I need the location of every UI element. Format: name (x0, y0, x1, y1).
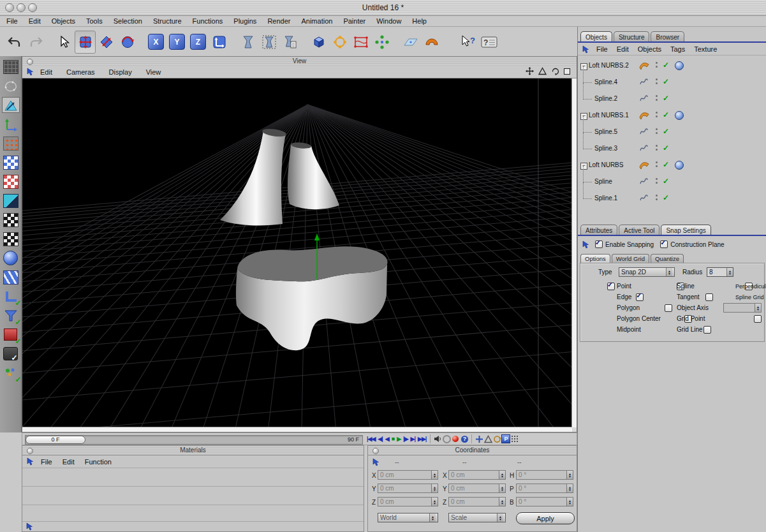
loft-object-left[interactable] (220, 128, 287, 226)
viewport-titlebar[interactable]: View (22, 57, 577, 66)
funnel-toggle-icon[interactable]: ✓ (2, 307, 20, 323)
position-key-icon[interactable] (475, 434, 483, 443)
subtab-world-grid[interactable]: World Grid (612, 254, 649, 263)
snap-polygon-checkbox[interactable] (665, 304, 672, 312)
visibility-dots[interactable] (656, 145, 658, 152)
loft-object-right[interactable] (288, 142, 339, 209)
object-row[interactable]: − Loft NURBS ✓ (578, 157, 766, 174)
menu-render[interactable]: Render (267, 17, 290, 25)
menu-edit[interactable]: Edit (29, 17, 41, 25)
next-key-button[interactable]: ▶| (411, 436, 415, 442)
redo-button[interactable] (25, 31, 46, 54)
enabled-check-icon[interactable]: ✓ (663, 193, 669, 202)
prev-frame-button[interactable]: ◀ (385, 436, 389, 442)
make-editable-icon[interactable] (2, 59, 20, 75)
texture-mode-icon[interactable] (2, 193, 20, 209)
enabled-check-icon[interactable]: ✓ (663, 77, 669, 86)
object-name[interactable]: Spline.2 (594, 95, 617, 102)
prev-key-button[interactable]: ◀| (378, 436, 382, 442)
menu-objects[interactable]: Objects (52, 17, 75, 25)
spinner-arrows-icon[interactable]: ▲▼ (431, 498, 438, 506)
enabled-check-icon[interactable]: ✓ (663, 144, 669, 152)
viewport-vertical-scrollbar[interactable] (571, 78, 577, 427)
materials-menu-edit[interactable]: Edit (63, 458, 75, 466)
add-modeling-object-button[interactable] (421, 31, 442, 54)
object-row[interactable]: − Loft NURBS.1 ✓ (578, 107, 766, 124)
om-menu-objects[interactable]: Objects (638, 45, 661, 53)
viewport-canvas[interactable] (22, 78, 572, 427)
viewport-menu-cameras[interactable]: Cameras (66, 68, 95, 76)
viewport-menu-display[interactable]: Display (109, 68, 132, 76)
tiles-icon[interactable] (2, 269, 20, 285)
rot-p-field[interactable]: 0 ° ▲▼ (516, 484, 573, 493)
snap-grid-point-checkbox[interactable] (754, 315, 762, 323)
add-scene-object-button[interactable] (400, 31, 421, 54)
object-name[interactable]: Spline.4 (594, 78, 617, 85)
material-list-row[interactable] (22, 505, 364, 523)
pos-z-field[interactable]: 0 cm ▲▼ (378, 497, 438, 506)
render-view-button[interactable] (237, 31, 258, 54)
object-name[interactable]: Spline.1 (594, 195, 617, 202)
add-nurbs-button[interactable] (350, 31, 371, 54)
live-selection-tool[interactable] (54, 31, 75, 54)
object-row[interactable]: Spline.3 ✓ (578, 140, 766, 157)
om-menu-file[interactable]: File (596, 45, 608, 53)
object-row[interactable]: − Loft NURBS.2 ✓ (578, 57, 766, 74)
ruler-toggle-icon[interactable]: ✓ (2, 288, 20, 304)
spinner-arrows-icon[interactable]: ▲▼ (726, 268, 733, 276)
menu-help[interactable]: Help (412, 17, 427, 25)
enabled-check-icon[interactable]: ✓ (663, 127, 669, 136)
menu-animation[interactable]: Animation (301, 17, 332, 25)
material-list-row[interactable] (22, 487, 364, 505)
om-menu-texture[interactable]: Texture (694, 45, 717, 53)
tab-attributes[interactable]: Attributes (580, 225, 617, 235)
object-name[interactable]: Loft NURBS.1 (589, 112, 629, 119)
snap-type-dropdown[interactable]: Snap 2D ▲▼ (619, 267, 675, 277)
play-button[interactable]: ▶ (397, 436, 401, 442)
coordinates-titlebar[interactable]: Coordinates (368, 446, 577, 455)
enabled-check-icon[interactable]: ✓ (663, 110, 669, 119)
render-region-button[interactable] (258, 31, 279, 54)
object-row[interactable]: Spline.1 ✓ (578, 190, 766, 207)
undo-button[interactable] (4, 31, 25, 54)
enabled-check-icon[interactable]: ✓ (663, 160, 669, 169)
materials-titlebar[interactable]: Materials (22, 446, 364, 455)
object-axis-mode-icon[interactable] (2, 116, 20, 132)
dark-toggle-icon[interactable]: ✓ (2, 346, 20, 362)
subtab-options[interactable]: Options (580, 254, 610, 263)
titlebar[interactable]: Untitled 16 * (0, 0, 766, 16)
viewport-horizontal-scrollbar[interactable] (22, 427, 572, 432)
object-name[interactable]: Spline (594, 178, 612, 185)
cube-toggle-icon[interactable]: ✓ (2, 327, 20, 343)
spinner-arrows-icon[interactable]: ▲▼ (499, 484, 505, 492)
subtab-quantize[interactable]: Quantize (651, 254, 684, 263)
viewport-menu-view[interactable]: View (146, 68, 161, 76)
add-spline-button[interactable] (329, 31, 350, 54)
menu-painter[interactable]: Painter (343, 17, 365, 25)
rotate-view-icon[interactable] (551, 67, 559, 75)
material-list-row[interactable] (22, 468, 364, 487)
pan-view-icon[interactable] (526, 67, 534, 75)
apply-button[interactable]: Apply (516, 512, 575, 524)
rot-h-field[interactable]: 0 ° ▲▼ (516, 470, 573, 480)
phong-tag-icon[interactable] (675, 161, 684, 170)
tab-active-tool[interactable]: Active Tool (619, 225, 659, 235)
stop-button[interactable]: ■ (392, 436, 394, 442)
scale-tool[interactable] (96, 31, 117, 54)
tab-browser[interactable]: Browser (651, 31, 684, 42)
lock-z-axis-button[interactable]: Z (188, 31, 209, 54)
object-row[interactable]: Spline ✓ (578, 174, 766, 190)
object-name[interactable]: Spline.5 (594, 128, 617, 135)
object-name[interactable]: Spline.3 (594, 145, 617, 152)
rot-b-field[interactable]: 0 ° ▲▼ (516, 497, 573, 506)
axis-mode-icon[interactable] (2, 97, 20, 113)
spinner-arrows-icon[interactable]: ▲▼ (566, 484, 573, 492)
maximize-view-icon[interactable] (564, 68, 570, 75)
enable-snapping-checkbox[interactable] (595, 240, 603, 248)
object-axis-field[interactable]: ▲▼ (723, 303, 762, 313)
lock-y-axis-button[interactable]: Y (166, 31, 188, 54)
visibility-dots[interactable] (656, 112, 658, 119)
size-mode-dropdown[interactable]: Scale ▲▼ (448, 513, 506, 522)
spinner-arrows-icon[interactable]: ▲▼ (566, 471, 573, 479)
add-array-button[interactable] (371, 31, 392, 54)
